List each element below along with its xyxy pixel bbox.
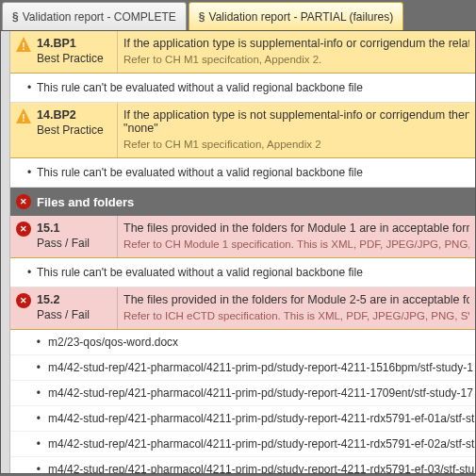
list-item: • m4/42-stud-rep/421-pharmacol/4211-prim… [10,406,475,432]
rule-description: The files provided in the folders for Mo… [123,222,469,235]
paragraph-icon: § [12,10,19,24]
warning-icon [16,37,31,52]
rule-class: Pass / Fail [37,237,111,250]
rule-row-152[interactable]: 15.2 Pass / Fail The files provided in t… [10,287,475,330]
rule-id: 14.BP1 [37,37,111,50]
rule-description: If the application type is not supplemen… [123,108,469,122]
bullet-icon: • [10,336,48,349]
rule-description: The files provided in the folders for Mo… [123,293,469,306]
list-item: • m2/23-qos/qos-word.docx [10,330,475,355]
rule-class: Pass / Fail [37,308,111,321]
error-icon [16,222,31,237]
bullet-icon: • [10,266,37,279]
rule-reference: Refer to ICH eCTD specification. This is… [123,310,469,321]
rule-class: Best Practice [37,123,111,137]
tab-partial[interactable]: § Validation report - PARTIAL (failures) [189,2,403,30]
bullet-icon: • [10,166,37,179]
report-content: 14.BP1 Best Practice If the application … [0,30,476,474]
rule-id: 14.BP2 [37,108,111,122]
rule-reference: Refer to CH Module 1 specification. This… [123,238,469,250]
rule-id: 15.2 [37,293,111,306]
rule-reference: Refer to CH M1 specification, Appendix 2 [123,139,469,150]
bullet-icon: • [10,463,48,474]
list-item: • m4/42-stud-rep/421-pharmacol/4211-prim… [10,381,475,406]
warning-icon [16,108,31,123]
tab-bar: § Validation report - COMPLETE § Validat… [0,0,476,30]
list-item: • m4/42-stud-rep/421-pharmacol/4211-prim… [10,432,475,457]
rule-note: • This rule can't be evaluated without a… [10,258,475,287]
bullet-icon: • [10,437,48,451]
list-item: • m4/42-stud-rep/421-pharmacol/4211-prim… [10,457,475,474]
tab-label: Validation report - PARTIAL (failures) [209,10,394,24]
rule-row-14bp2[interactable]: 14.BP2 Best Practice If the application … [10,103,475,158]
error-icon [16,293,31,308]
rule-note: • This rule can't be evaluated without a… [10,158,475,188]
tab-complete[interactable]: § Validation report - COMPLETE [2,2,187,30]
paragraph-icon: § [199,10,205,24]
rule-note: • This rule can't be evaluated without a… [10,74,475,103]
bullet-icon: • [10,386,48,400]
tab-label: Validation report - COMPLETE [23,10,176,24]
rule-class: Best Practice [37,52,111,65]
bullet-icon: • [10,412,48,425]
section-files-and-folders[interactable]: ✕ Files and folders [10,188,475,216]
error-icon: ✕ [16,194,31,209]
rule-description: If the application type is supplemental-… [123,37,469,50]
bullet-icon: • [10,361,48,374]
rule-description-2: "none" [123,122,469,135]
rule-reference: Refer to CH M1 specifcation, Appendix 2. [123,54,469,65]
collapse-gutter[interactable] [1,31,10,474]
section-title: Files and folders [37,195,134,209]
file-list: • m2/23-qos/qos-word.docx • m4/42-stud-r… [10,330,475,474]
rule-row-151[interactable]: 15.1 Pass / Fail The files provided in t… [10,216,475,258]
list-item: • m4/42-stud-rep/421-pharmacol/4211-prim… [10,355,475,381]
rule-id: 15.1 [37,222,111,235]
rule-row-14bp1[interactable]: 14.BP1 Best Practice If the application … [10,31,475,74]
bullet-icon: • [10,81,37,94]
